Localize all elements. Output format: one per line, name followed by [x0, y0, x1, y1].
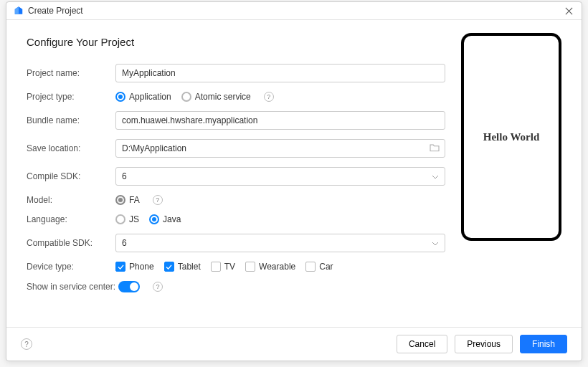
- label-compatible-sdk: Compatible SDK:: [27, 238, 115, 248]
- checkbox-wearable-label: Wearable: [259, 262, 295, 272]
- row-model: Model: FA ?: [27, 195, 445, 205]
- titlebar: Create Project: [6, 2, 582, 20]
- browse-folder-icon[interactable]: [430, 143, 440, 154]
- radio-atomic-service[interactable]: Atomic service: [181, 92, 251, 102]
- phone-frame: Hello World: [461, 33, 561, 241]
- compile-sdk-value: 6: [122, 171, 127, 181]
- page-title: Configure Your Project: [27, 36, 445, 48]
- create-project-dialog: Create Project Configure Your Project Pr…: [6, 1, 582, 361]
- checkbox-wearable[interactable]: Wearable: [245, 262, 295, 272]
- form-area: Configure Your Project Project name: Pro…: [27, 36, 445, 321]
- checkbox-tv[interactable]: TV: [211, 262, 235, 272]
- chevron-down-icon: [432, 238, 439, 248]
- label-device-type: Device type:: [27, 262, 115, 272]
- bundle-name-input[interactable]: [115, 111, 445, 130]
- radio-application-label: Application: [129, 92, 171, 102]
- chevron-down-icon: [432, 171, 439, 181]
- label-bundle-name: Bundle name:: [27, 115, 115, 125]
- help-project-type-icon[interactable]: ?: [264, 92, 274, 102]
- app-logo-icon: [14, 6, 24, 16]
- row-service-center: Show in service center: ?: [27, 281, 445, 292]
- row-language: Language: JS Java: [27, 214, 445, 224]
- service-center-toggle[interactable]: [118, 281, 140, 292]
- radio-java-label: Java: [163, 214, 181, 224]
- help-service-center-icon[interactable]: ?: [153, 282, 163, 292]
- radio-atomic-service-label: Atomic service: [195, 92, 251, 102]
- help-icon[interactable]: ?: [21, 338, 32, 350]
- checkbox-tablet[interactable]: Tablet: [164, 262, 201, 272]
- checkbox-car[interactable]: Car: [305, 262, 333, 272]
- row-compile-sdk: Compile SDK: 6: [27, 167, 445, 186]
- label-model: Model:: [27, 195, 115, 205]
- titlebar-title: Create Project: [28, 6, 83, 16]
- label-project-type: Project type:: [27, 92, 115, 102]
- radio-fa[interactable]: FA: [115, 195, 140, 205]
- help-model-icon[interactable]: ?: [153, 195, 163, 205]
- label-project-name: Project name:: [27, 68, 115, 78]
- close-icon[interactable]: [563, 5, 574, 16]
- compile-sdk-select[interactable]: 6: [115, 167, 445, 186]
- radio-fa-label: FA: [129, 195, 140, 205]
- checkbox-car-label: Car: [319, 262, 333, 272]
- radio-application[interactable]: Application: [115, 92, 171, 102]
- row-device-type: Device type: Phone Tablet TV Wearable Ca…: [27, 262, 445, 272]
- compatible-sdk-value: 6: [122, 238, 127, 248]
- dialog-footer: ? Cancel Previous Finish: [6, 327, 582, 361]
- row-save-location: Save location:: [27, 139, 445, 158]
- row-compatible-sdk: Compatible SDK: 6: [27, 234, 445, 252]
- label-language: Language:: [27, 214, 115, 224]
- cancel-button[interactable]: Cancel: [397, 335, 447, 353]
- preview-text: Hello World: [483, 131, 539, 143]
- previous-button[interactable]: Previous: [455, 335, 513, 353]
- finish-button[interactable]: Finish: [520, 335, 567, 353]
- checkbox-phone-label: Phone: [129, 262, 154, 272]
- device-preview: Hello World: [461, 33, 561, 321]
- checkbox-tablet-label: Tablet: [178, 262, 201, 272]
- project-name-input[interactable]: [115, 64, 445, 82]
- checkbox-phone[interactable]: Phone: [115, 262, 154, 272]
- checkbox-tv-label: TV: [224, 262, 235, 272]
- radio-js-label: JS: [129, 214, 139, 224]
- radio-java[interactable]: Java: [149, 214, 181, 224]
- dialog-content: Configure Your Project Project name: Pro…: [6, 20, 582, 327]
- radio-js[interactable]: JS: [115, 214, 139, 224]
- compatible-sdk-select[interactable]: 6: [115, 234, 445, 252]
- row-project-type: Project type: Application Atomic service…: [27, 92, 445, 102]
- label-save-location: Save location:: [27, 143, 115, 153]
- label-service-center: Show in service center:: [27, 282, 118, 292]
- row-project-name: Project name:: [27, 64, 445, 82]
- label-compile-sdk: Compile SDK:: [27, 171, 115, 181]
- row-bundle-name: Bundle name:: [27, 111, 445, 130]
- save-location-input[interactable]: [115, 139, 445, 158]
